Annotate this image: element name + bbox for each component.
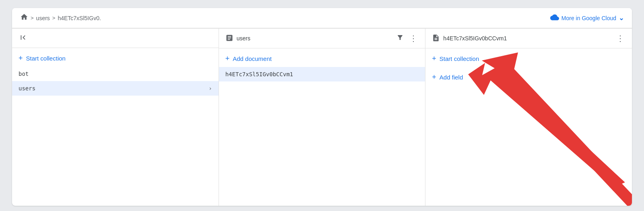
col1: + Start collection bot users › [12, 29, 219, 206]
collection-icon [225, 34, 233, 43]
breadcrumb-current: h4ETc7xSl5IGv0. [58, 15, 101, 21]
col2-header-right: ⋮ [396, 33, 419, 44]
breadcrumb-users-link[interactable]: users [36, 15, 50, 21]
breadcrumb-left: > users > h4ETc7xSl5IGv0. [20, 13, 101, 23]
chevron-down-icon: ⌄ [619, 14, 624, 22]
col1-header [12, 29, 219, 48]
col2-title: users [237, 35, 250, 42]
col1-item-users-label: users [19, 85, 35, 92]
col3-header-right: ⋮ [615, 33, 625, 44]
col2-item-doc[interactable]: h4ETc7xSl5IGv0bCCvm1 [219, 67, 425, 81]
col2-header: users ⋮ [219, 29, 425, 48]
start-collection-btn-col1[interactable]: + Start collection [12, 48, 219, 67]
col2-menu-icon[interactable]: ⋮ [409, 33, 419, 44]
add-document-btn[interactable]: + Add document [219, 48, 425, 67]
double-chevron-icon [19, 33, 27, 43]
svg-line-1 [508, 71, 632, 206]
col3: h4ETc7xSl5IGv0bCCvm1 ⋮ + Start collectio… [425, 29, 632, 206]
col3-body: + Start collection + Add field [425, 48, 632, 206]
col1-header-left [19, 33, 27, 43]
col1-chevron-icon: › [208, 85, 212, 92]
col1-body: + Start collection bot users › [12, 48, 219, 206]
start-collection-label-col3: Start collection [440, 55, 479, 62]
cloud-icon [550, 13, 559, 23]
plus-icon-col3a: + [432, 55, 436, 62]
plus-icon-col3b: + [432, 73, 436, 81]
add-field-label: Add field [440, 74, 463, 81]
col2-item-doc-label: h4ETc7xSl5IGv0bCCvm1 [225, 71, 293, 77]
col3-header: h4ETc7xSl5IGv0bCCvm1 ⋮ [425, 29, 632, 48]
firestore-panel: > users > h4ETc7xSl5IGv0. More in Google… [12, 8, 632, 206]
col2-body: + Add document h4ETc7xSl5IGv0bCCvm1 [219, 48, 425, 206]
plus-icon-col1: + [19, 54, 23, 62]
col3-header-left: h4ETc7xSl5IGv0bCCvm1 [432, 34, 507, 43]
breadcrumb-bar: > users > h4ETc7xSl5IGv0. More in Google… [12, 8, 632, 28]
plus-icon-col2: + [225, 55, 230, 62]
col2: users ⋮ + Add document h4ETc7xSl5IGv0bCC… [219, 29, 426, 206]
columns-wrapper: + Start collection bot users › [12, 28, 632, 206]
col3-menu-icon[interactable]: ⋮ [615, 33, 625, 44]
col1-item-bot[interactable]: bot [12, 67, 219, 81]
doc-icon [432, 34, 440, 43]
breadcrumb-sep-2: > [52, 15, 56, 21]
col1-item-users[interactable]: users › [12, 81, 219, 96]
google-cloud-label: More in Google Cloud [561, 15, 616, 21]
add-document-label: Add document [233, 55, 272, 62]
home-icon[interactable] [20, 13, 28, 23]
col3-title: h4ETc7xSl5IGv0bCCvm1 [443, 35, 507, 42]
google-cloud-link[interactable]: More in Google Cloud ⌄ [550, 13, 624, 23]
col1-item-bot-label: bot [19, 71, 29, 77]
start-collection-btn-col3[interactable]: + Start collection [425, 48, 632, 67]
breadcrumb-sep-1: > [31, 15, 34, 21]
add-field-btn[interactable]: + Add field [425, 67, 632, 86]
col2-header-left: users [225, 34, 250, 43]
filter-icon[interactable] [396, 33, 405, 44]
start-collection-label-col1: Start collection [26, 55, 66, 62]
